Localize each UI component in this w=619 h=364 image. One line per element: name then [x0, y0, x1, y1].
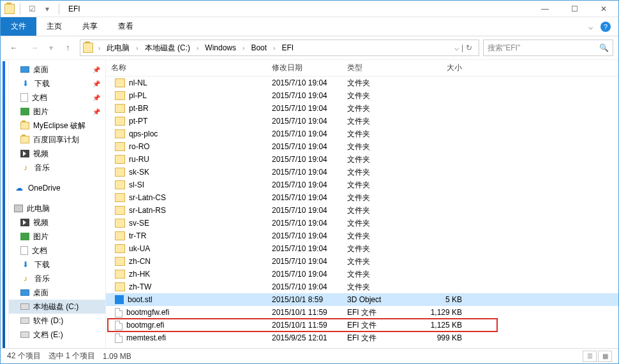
file-date: 2015/7/10 19:04 [267, 206, 342, 215]
ribbon-chevron-icon[interactable]: ⌵ [588, 22, 593, 31]
col-name[interactable]: 名称 [106, 62, 267, 73]
table-row[interactable]: pt-BR2015/7/10 19:04文件夹 [106, 102, 618, 115]
breadcrumb-efi[interactable]: EFI [279, 43, 296, 52]
pin-icon: 📌 [93, 80, 100, 87]
nav-pc-item[interactable]: 本地磁盘 (C:) [9, 300, 105, 314]
nav-quick-item[interactable]: 图片📌 [9, 105, 105, 119]
breadcrumb-windows[interactable]: Windows [202, 43, 239, 52]
folder-icon [115, 219, 125, 228]
table-row[interactable]: nl-NL2015/7/10 19:04文件夹 [106, 76, 618, 89]
table-row[interactable]: qps-ploc2015/7/10 19:04文件夹 [106, 127, 618, 140]
folder-icon [115, 231, 125, 240]
nav-pc-item[interactable]: 文档 [9, 244, 105, 258]
file-icon [115, 308, 123, 317]
nav-pc-item[interactable]: ⬇下载 [9, 258, 105, 272]
file-type: 文件夹 [342, 282, 412, 293]
tab-view[interactable]: 查看 [108, 17, 144, 36]
breadcrumb-dropdown[interactable]: ⌵ | ↻ [451, 43, 476, 52]
window-title: EFI [68, 4, 80, 13]
nav-recent-dropdown[interactable]: ▾ [47, 40, 56, 56]
nav-pc-item[interactable]: 桌面 [9, 286, 105, 300]
file-date: 2015/7/10 19:04 [267, 117, 342, 126]
col-size[interactable]: 大小 [412, 62, 474, 73]
chevron-right-icon[interactable]: › [271, 45, 278, 52]
table-row[interactable]: memtest.efi2015/9/25 12:01EFI 文件999 KB [106, 331, 618, 344]
chevron-right-icon[interactable]: › [194, 45, 201, 52]
minimize-button[interactable]: — [530, 1, 560, 17]
file-name: boot.stl [128, 295, 153, 304]
nav-thispc[interactable]: 此电脑 [9, 201, 105, 215]
nav-quick-item[interactable]: 百度回享计划 [9, 133, 105, 147]
table-row[interactable]: ru-RU2015/7/10 19:04文件夹 [106, 153, 618, 166]
table-row[interactable]: zh-TW2015/7/10 19:04文件夹 [106, 280, 618, 293]
table-row[interactable]: uk-UA2015/7/10 19:04文件夹 [106, 242, 618, 255]
nav-up-button[interactable]: ↑ [59, 40, 76, 56]
breadcrumb-drive-c[interactable]: 本地磁盘 (C:) [142, 43, 193, 54]
view-details-button[interactable]: ☰ [583, 351, 597, 362]
video-icon [20, 150, 29, 157]
view-icons-button[interactable]: ▦ [598, 351, 612, 362]
table-row[interactable]: tr-TR2015/7/10 19:04文件夹 [106, 229, 618, 242]
table-row[interactable]: bootmgr.efi2015/10/1 11:59EFI 文件1,125 KB [106, 319, 618, 331]
breadcrumb[interactable]: › 此电脑 › 本地磁盘 (C:) › Windows › Boot › EFI… [80, 40, 479, 56]
table-row[interactable]: boot.stl2015/10/1 8:593D Object5 KB [106, 293, 618, 306]
body: 桌面📌⬇下载📌文档📌图片📌MyEclipse 破解百度回享计划视频♪音乐☁One… [1, 59, 618, 348]
help-icon[interactable]: ? [600, 22, 611, 32]
table-row[interactable]: pl-PL2015/7/10 19:04文件夹 [106, 89, 618, 102]
table-row[interactable]: sk-SK2015/7/10 19:04文件夹 [106, 166, 618, 178]
table-row[interactable]: ro-RO2015/7/10 19:04文件夹 [106, 140, 618, 153]
maximize-button[interactable]: ☐ [560, 1, 589, 17]
tab-share[interactable]: 共享 [72, 17, 108, 36]
tab-file[interactable]: 文件 [1, 17, 36, 36]
file-type: 3D Object [342, 295, 412, 304]
nav-pc-item[interactable]: 文档 (E:) [9, 328, 105, 342]
pin-icon: 📌 [93, 108, 100, 115]
nav-quick-item[interactable]: 桌面📌 [9, 62, 105, 76]
breadcrumb-thispc[interactable]: 此电脑 [104, 43, 132, 54]
table-row[interactable]: zh-HK2015/7/10 19:04文件夹 [106, 268, 618, 280]
file-icon [115, 295, 124, 304]
nav-pc-item[interactable]: 软件 (D:) [9, 314, 105, 328]
search-icon[interactable]: 🔍 [599, 43, 609, 52]
table-row[interactable]: pt-PT2015/7/10 19:04文件夹 [106, 115, 618, 127]
table-row[interactable]: sl-SI2015/7/10 19:04文件夹 [106, 178, 618, 191]
file-type: EFI 文件 [342, 333, 412, 344]
search-placeholder: 搜索"EFI" [488, 43, 520, 54]
table-row[interactable]: bootmgfw.efi2015/10/1 11:59EFI 文件1,129 K… [106, 306, 618, 319]
search-input[interactable]: 搜索"EFI" 🔍 [483, 40, 613, 56]
nav-quick-item[interactable]: MyEclipse 破解 [9, 119, 105, 133]
table-row[interactable]: sr-Latn-CS2015/7/10 19:04文件夹 [106, 191, 618, 204]
nav-quick-item[interactable]: 视频 [9, 147, 105, 161]
nav-onedrive[interactable]: ☁OneDrive [9, 181, 105, 195]
table-row[interactable]: zh-CN2015/7/10 19:04文件夹 [106, 255, 618, 268]
qat-dropdown-icon[interactable]: ▾ [41, 3, 54, 15]
nav-pc-item[interactable]: 图片 [9, 229, 105, 244]
file-name: tr-TR [129, 231, 146, 240]
file-name: pl-PL [129, 91, 147, 100]
file-name: ru-RU [129, 155, 149, 164]
col-date[interactable]: 修改日期 [267, 62, 342, 73]
file-type: 文件夹 [342, 256, 412, 267]
close-button[interactable]: ✕ [589, 1, 618, 17]
table-row[interactable]: sv-SE2015/7/10 19:04文件夹 [106, 217, 618, 229]
nav-forward-button[interactable]: → [26, 40, 43, 56]
file-name: zh-HK [129, 270, 150, 279]
breadcrumb-boot[interactable]: Boot [248, 43, 269, 52]
nav-quick-item[interactable]: 文档📌 [9, 91, 105, 105]
nav-pc-item[interactable]: ♪音乐 [9, 272, 105, 286]
file-icon [115, 321, 123, 330]
nav-pc-item[interactable]: 视频 [9, 215, 105, 229]
nav-back-button[interactable]: ← [6, 40, 22, 56]
chevron-right-icon[interactable]: › [240, 45, 247, 52]
nav-quick-item[interactable]: ⬇下载📌 [9, 76, 105, 91]
file-type: EFI 文件 [342, 307, 412, 318]
chevron-right-icon[interactable]: › [96, 45, 103, 52]
table-row[interactable]: sr-Latn-RS2015/7/10 19:04文件夹 [106, 204, 618, 217]
folder-icon [20, 122, 29, 129]
col-type[interactable]: 类型 [342, 62, 412, 73]
qat-properties-icon[interactable]: ☑ [26, 3, 38, 15]
nav-quick-item[interactable]: ♪音乐 [9, 161, 105, 175]
chevron-right-icon[interactable]: › [133, 45, 140, 52]
folder-icon [115, 282, 125, 291]
tab-home[interactable]: 主页 [36, 17, 72, 36]
